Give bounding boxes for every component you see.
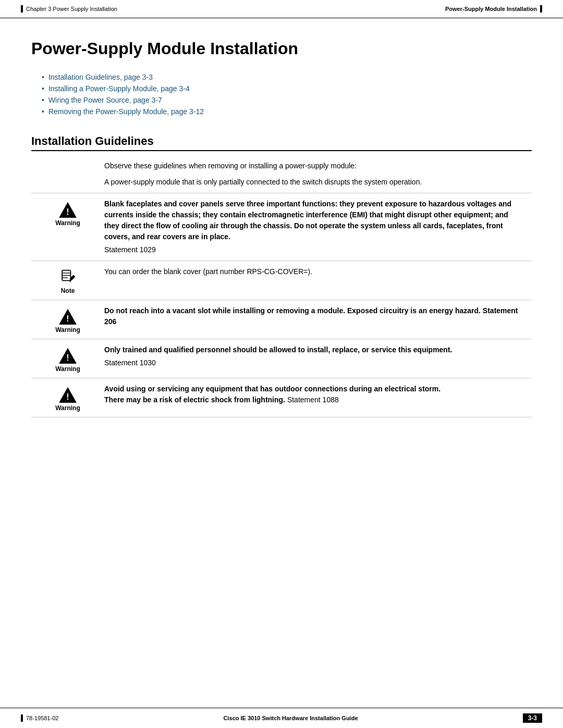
note-icon-col-1: Note xyxy=(31,266,104,294)
footer-right: 3-3 xyxy=(523,713,542,723)
toc-item-3: Wiring the Power Source, page 3-7 xyxy=(42,96,532,104)
warning-triangle-icon-2: ! xyxy=(58,307,77,326)
svg-text:!: ! xyxy=(66,392,69,401)
footer-left-bar xyxy=(21,714,23,722)
warning-icon-col-3: ! Warning xyxy=(31,344,104,373)
toc-list: Installation Guidelines, page 3-3 Instal… xyxy=(31,73,532,116)
warning-block-3: ! Warning Only trained and qualified per… xyxy=(31,339,532,378)
warning-label-4: Warning xyxy=(55,404,80,412)
toc-item-2: Installing a Power-Supply Module, page 3… xyxy=(42,84,532,93)
note-content-1: You can order the blank cover (part numb… xyxy=(104,266,532,277)
header-right: Power-Supply Module Installation xyxy=(445,5,542,13)
toc-link-4[interactable]: Removing the Power-Supply Module, page 3… xyxy=(48,107,204,116)
footer-center: Cisco IE 3010 Switch Hardware Installati… xyxy=(224,715,358,721)
toc-link-3[interactable]: Wiring the Power Source, page 3-7 xyxy=(48,96,162,104)
header-left: Chapter 3 Power Supply Installation xyxy=(21,5,117,13)
warning-label-2: Warning xyxy=(55,326,80,334)
page-number: 3-3 xyxy=(523,713,542,723)
page-footer: 78-19581-02 Cisco IE 3010 Switch Hardwar… xyxy=(0,708,563,728)
warning-icon-col-4: ! Warning xyxy=(31,384,104,412)
warning-statement-3: Statement 1030 xyxy=(104,357,521,368)
warning-icon-col-1: ! Warning xyxy=(31,199,104,227)
note-pencil-icon xyxy=(58,268,77,287)
warning-content-3: Only trained and qualified personnel sho… xyxy=(104,344,532,368)
toc-link-2[interactable]: Installing a Power-Supply Module, page 3… xyxy=(48,84,190,93)
header-chapter-label: Chapter 3 Power Supply Installation xyxy=(26,6,117,12)
note-text-1: You can order the blank cover (part numb… xyxy=(104,267,312,276)
warning-label-1: Warning xyxy=(55,219,80,227)
main-content: Power-Supply Module Installation Install… xyxy=(0,18,563,448)
note-label-1: Note xyxy=(61,287,75,294)
footer-left: 78-19581-02 xyxy=(21,714,58,722)
warning-triangle-icon-1: ! xyxy=(58,201,77,219)
toc-item-4: Removing the Power-Supply Module, page 3… xyxy=(42,107,532,116)
warning-triangle-icon-4: ! xyxy=(58,386,77,404)
footer-doc-number: 78-19581-02 xyxy=(26,715,58,721)
svg-text:!: ! xyxy=(66,353,69,362)
warning-text-3: Only trained and qualified personnel sho… xyxy=(104,346,452,354)
warning-statement-1: Statement 1029 xyxy=(104,244,521,255)
warning-text-4a: Avoid using or servicing any equipment t… xyxy=(104,385,440,404)
note-block-1: Note You can order the blank cover (part… xyxy=(31,261,532,300)
warning-content-2: Do not reach into a vacant slot while in… xyxy=(104,305,532,327)
svg-text:!: ! xyxy=(66,207,69,216)
footer-guide-title: Cisco IE 3010 Switch Hardware Installati… xyxy=(224,715,358,721)
header-right-bar xyxy=(540,5,542,13)
intro-para-1: Observe these guidelines when removing o… xyxy=(104,161,532,171)
toc-link-1[interactable]: Installation Guidelines, page 3-3 xyxy=(48,73,153,81)
section-heading: Installation Guidelines xyxy=(31,134,532,151)
page-title: Power-Supply Module Installation xyxy=(31,39,532,58)
warning-block-4: ! Warning Avoid using or servicing any e… xyxy=(31,378,532,417)
warning-block-2: ! Warning Do not reach into a vacant slo… xyxy=(31,300,532,339)
page-header: Chapter 3 Power Supply Installation Powe… xyxy=(0,0,563,18)
intro-para-2: A power-supply module that is only parti… xyxy=(104,177,532,188)
warning-label-3: Warning xyxy=(55,365,80,373)
warning-content-4: Avoid using or servicing any equipment t… xyxy=(104,384,532,405)
toc-item-1: Installation Guidelines, page 3-3 xyxy=(42,73,532,81)
warning-text-1: Blank faceplates and cover panels serve … xyxy=(104,200,511,241)
warning-block-1: ! Warning Blank faceplates and cover pan… xyxy=(31,193,532,261)
warning-content-1: Blank faceplates and cover panels serve … xyxy=(104,199,532,255)
svg-text:!: ! xyxy=(66,314,69,323)
warning-triangle-icon-3: ! xyxy=(58,347,77,365)
header-left-bar xyxy=(21,5,23,13)
warning-icon-col-2: ! Warning xyxy=(31,305,104,334)
warning-text-2: Do not reach into a vacant slot while in… xyxy=(104,306,518,326)
header-section-label: Power-Supply Module Installation xyxy=(445,6,537,12)
